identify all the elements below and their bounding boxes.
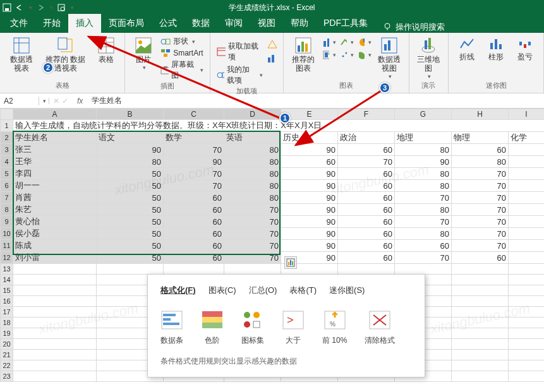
cell[interactable]: 80 [395,228,452,240]
row-header[interactable]: 2 [1,132,13,144]
row-header[interactable]: 7 [1,192,13,204]
cell[interactable]: 黄心怡 [13,216,97,228]
cell[interactable]: 70 [452,192,509,204]
cell[interactable]: 90 [97,144,164,156]
pivot-chart-button[interactable]: 数据透视图▾ [375,35,404,81]
qa-tab-sparklines[interactable]: 迷你图(S) [329,285,365,296]
cell[interactable] [224,264,281,275]
qa-colorscale-button[interactable]: 色阶 [201,309,224,346]
qa-tab-tables[interactable]: 表格(T) [289,285,317,296]
col-I[interactable]: I [509,109,545,120]
table-row[interactable]: 12刘小雷50607090607060 [1,252,545,264]
tab-file[interactable]: 文件 [3,14,35,33]
column-chart-icon[interactable]: ▾ [321,37,337,48]
tab-home[interactable]: 开始 [35,14,68,33]
cell[interactable]: 70 [224,204,281,216]
cell[interactable] [509,204,545,216]
qa-greater-button[interactable]: >大于 [282,309,305,346]
col-B[interactable]: B [97,109,164,120]
pivot-table-button[interactable]: 数据透 视表 [5,35,38,74]
cell[interactable]: 学生姓名 [13,132,97,144]
cell[interactable] [452,339,509,350]
cell[interactable]: 90 [281,216,338,228]
redo-icon[interactable] [36,3,45,12]
cell[interactable]: 语文 [97,132,164,144]
cell[interactable]: 60 [338,228,395,240]
cell[interactable] [452,328,509,339]
cell[interactable] [509,350,545,360]
scatter-chart-icon[interactable]: ▾ [339,49,355,61]
tab-pagelayout[interactable]: 页面布局 [101,14,152,33]
cell[interactable]: 60 [338,180,395,192]
row-header[interactable]: 17 [1,307,13,318]
name-box-dropdown-icon[interactable]: ▾ [40,98,49,104]
cell[interactable] [509,371,545,382]
cell[interactable] [452,285,509,296]
row-header[interactable]: 18 [1,318,13,328]
cell[interactable]: 70 [452,240,509,252]
shapes-button[interactable]: 形状▾ [159,35,204,47]
table-row[interactable]: 1输入学生成绩，自动统计学科的平均分等数据。班级：X年X班统计日期：X年X月X日 [1,120,545,132]
table-row[interactable]: 13 [1,264,545,275]
cell[interactable]: 60 [338,192,395,204]
cell[interactable]: 60 [338,240,395,252]
cell[interactable]: 70 [452,216,509,228]
print-preview-icon[interactable] [57,3,66,12]
undo-dropdown-icon[interactable]: ▾ [29,4,32,11]
qa-databars-button[interactable]: 数据条 [160,309,183,346]
cell[interactable] [452,360,509,371]
cell[interactable] [509,156,545,168]
cell[interactable] [509,285,545,296]
line-chart-icon[interactable]: ▾ [339,37,355,48]
cell[interactable]: 90 [281,204,338,216]
table-row[interactable]: 11陈成50607090606070 [1,240,545,252]
pictures-button[interactable]: 图片▾ [130,35,157,72]
row-header[interactable]: 22 [1,360,13,371]
table-row[interactable]: 7肖茜50608090607070 [1,192,545,204]
table-row[interactable]: 10侯小磊50607090608070 [1,228,545,240]
hierarchy-chart-icon[interactable]: ▾ [321,49,337,61]
row-header[interactable]: 19 [1,328,13,339]
bing-maps-icon[interactable] [267,39,278,51]
cell[interactable]: 50 [97,216,164,228]
cell[interactable] [509,339,545,350]
select-all-corner[interactable] [1,109,13,120]
save-icon[interactable] [3,3,11,12]
table-row[interactable]: 9黄心怡50607090607070 [1,216,545,228]
cell[interactable] [509,275,545,285]
cell[interactable]: 物理 [452,132,509,144]
cell[interactable] [509,144,545,156]
cell[interactable] [13,350,97,360]
cell[interactable]: 80 [97,156,164,168]
cell[interactable]: 80 [395,204,452,216]
cell[interactable]: 90 [281,192,338,204]
cell[interactable] [13,275,97,285]
quick-analysis-button[interactable] [284,256,297,269]
cell[interactable]: 刘小雷 [13,252,97,264]
cell[interactable] [13,360,97,371]
table-row[interactable]: 5李四50708090608070 [1,168,545,180]
cell[interactable]: 60 [452,252,509,264]
table-row[interactable]: 3张三90708090608060 [1,144,545,156]
cell[interactable]: 90 [281,228,338,240]
cell[interactable]: 50 [97,228,164,240]
tab-data[interactable]: 数据 [184,14,217,33]
cell[interactable]: 70 [224,252,281,264]
table-row[interactable]: 6胡一一50708090608070 [1,180,545,192]
cell[interactable] [509,296,545,307]
people-graph-icon[interactable] [267,54,278,66]
cell[interactable]: 50 [97,204,164,216]
tab-review[interactable]: 审阅 [217,14,250,33]
cell[interactable]: 历史 [281,132,338,144]
cell[interactable] [509,216,545,228]
cell[interactable]: 王华 [13,156,97,168]
col-D[interactable]: D [224,109,281,120]
cell[interactable]: 80 [224,156,281,168]
cell[interactable]: 80 [224,180,281,192]
cell[interactable]: 90 [281,240,338,252]
cell[interactable]: 陈成 [13,240,97,252]
cell[interactable]: 数学 [164,132,224,144]
row-header[interactable]: 6 [1,180,13,192]
cell[interactable]: 60 [281,156,338,168]
get-addins-button[interactable]: 获取加载项 [215,40,264,63]
